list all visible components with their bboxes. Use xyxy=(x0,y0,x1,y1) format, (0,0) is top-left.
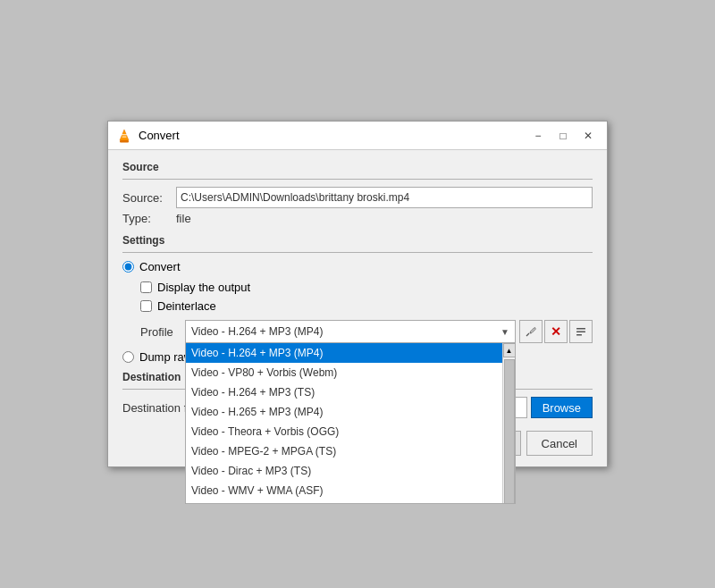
svg-rect-3 xyxy=(122,136,127,137)
maximize-button[interactable]: □ xyxy=(551,126,575,146)
svg-rect-6 xyxy=(576,332,585,333)
profile-option-5[interactable]: Video - MPEG-2 + MPGA (TS) xyxy=(186,441,502,461)
source-divider xyxy=(122,179,593,180)
settings-section: Settings Convert Display the output Dein… xyxy=(122,234,593,364)
source-label: Source: xyxy=(122,191,176,205)
profile-row: Profile Video - H.264 + MP3 (MP4) ▼ Vide… xyxy=(140,320,593,343)
minimize-button[interactable]: − xyxy=(526,126,550,146)
profile-option-3[interactable]: Video - H.265 + MP3 (MP4) xyxy=(186,402,502,422)
display-output-label: Display the output xyxy=(157,281,250,294)
profile-option-4[interactable]: Video - Theora + Vorbis (OGG) xyxy=(186,422,502,441)
profile-option-0[interactable]: Video - H.264 + MP3 (MP4) xyxy=(186,343,502,363)
delete-x-icon: ✕ xyxy=(551,325,561,338)
deinterlace-checkbox[interactable] xyxy=(140,300,152,312)
profile-dropdown-list: Video - H.264 + MP3 (MP4) Video - VP80 +… xyxy=(185,343,516,504)
source-section-label: Source xyxy=(122,161,593,173)
settings-section-label: Settings xyxy=(122,234,593,247)
svg-line-4 xyxy=(526,333,529,336)
source-row: Source: xyxy=(122,187,593,208)
window-body: Source Source: Type: file Settings Conve… xyxy=(108,150,607,466)
vlc-icon xyxy=(115,127,133,145)
deinterlace-label: Deinterlace xyxy=(157,299,216,313)
browse-button[interactable]: Browse xyxy=(531,397,593,418)
profile-dropdown-button[interactable]: Video - H.264 + MP3 (MP4) ▼ xyxy=(185,320,516,343)
type-row: Type: file xyxy=(122,212,593,225)
convert-radio-row: Convert xyxy=(122,260,593,273)
deinterlace-row: Deinterlace xyxy=(140,299,593,313)
window-title: Convert xyxy=(139,129,526,142)
profile-option-6[interactable]: Video - Dirac + MP3 (TS) xyxy=(186,461,502,481)
dump-radio[interactable] xyxy=(122,351,134,363)
scrollbar-up-button[interactable]: ▲ xyxy=(503,343,516,357)
profile-option-2[interactable]: Video - H.264 + MP3 (TS) xyxy=(186,382,502,402)
profile-option-7[interactable]: Video - WMV + WMA (ASF) xyxy=(186,481,502,500)
settings-divider xyxy=(122,252,593,253)
dropdown-scrollbar: ▲ ▼ xyxy=(502,343,515,504)
list-icon xyxy=(575,325,587,338)
convert-radio-label: Convert xyxy=(139,260,181,273)
profile-actions: ✕ xyxy=(519,320,593,343)
source-input[interactable] xyxy=(176,187,593,208)
svg-rect-7 xyxy=(576,334,582,336)
type-value: file xyxy=(176,212,191,225)
profile-delete-button[interactable]: ✕ xyxy=(544,320,568,343)
cancel-button[interactable]: Cancel xyxy=(526,431,593,456)
source-section: Source Source: Type: file xyxy=(122,161,593,225)
svg-rect-5 xyxy=(576,328,585,330)
profile-option-8[interactable]: Video - DIV3 + MP3 (ASF) xyxy=(186,500,502,504)
convert-radio[interactable] xyxy=(122,261,134,273)
profile-edit-button[interactable] xyxy=(519,320,543,343)
type-label: Type: xyxy=(122,212,176,225)
dropdown-arrow-icon: ▼ xyxy=(500,327,509,337)
scrollbar-thumb[interactable] xyxy=(504,359,515,504)
profile-option-1[interactable]: Video - VP80 + Vorbis (Webm) xyxy=(186,363,502,382)
svg-rect-2 xyxy=(122,134,128,135)
profile-label: Profile xyxy=(140,325,185,339)
window-controls: − □ ✕ xyxy=(526,126,600,146)
profile-selected-text: Video - H.264 + MP3 (MP4) xyxy=(191,325,324,338)
title-bar: Convert − □ ✕ xyxy=(108,122,607,150)
convert-window: Convert − □ ✕ Source Source: Type: file … xyxy=(107,121,608,467)
close-button[interactable]: ✕ xyxy=(576,126,600,146)
display-output-row: Display the output xyxy=(140,281,593,294)
profile-select-wrapper: Video - H.264 + MP3 (MP4) ▼ Video - H.26… xyxy=(185,320,516,343)
display-output-checkbox[interactable] xyxy=(140,281,152,293)
wrench-icon xyxy=(525,325,537,338)
svg-rect-1 xyxy=(120,140,129,143)
profile-list-button[interactable] xyxy=(569,320,593,343)
